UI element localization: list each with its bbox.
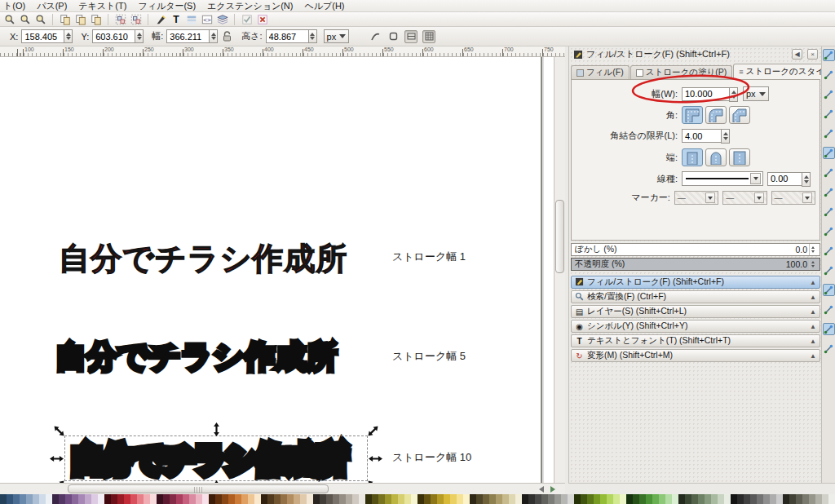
scale-stroke-toggle[interactable] (369, 30, 382, 43)
blur-slider[interactable]: ぼかし (%) 0.0 (571, 243, 820, 256)
palette-swatch[interactable] (587, 494, 594, 504)
palette-swatch[interactable] (411, 494, 418, 504)
palette-swatch[interactable] (391, 494, 398, 504)
snap-enable-icon[interactable] (823, 49, 835, 61)
palette-swatch[interactable] (776, 494, 783, 504)
palette-swatch[interactable] (502, 494, 509, 504)
snap-rotation-center-icon[interactable] (823, 264, 835, 276)
miter-limit-input[interactable] (682, 129, 721, 143)
snap-smooth-node-icon[interactable] (823, 206, 835, 218)
palette-swatch[interactable] (196, 494, 202, 504)
palette-swatch[interactable] (378, 494, 385, 504)
scroll-right-arrow-icon[interactable] (550, 486, 559, 493)
palette-swatch[interactable] (718, 494, 724, 504)
horizontal-scrollbar-thumb[interactable] (68, 484, 329, 493)
zoom-drawing-icon[interactable] (18, 13, 32, 26)
stroke-width-spinner[interactable] (729, 87, 738, 102)
palette-swatch[interactable] (431, 494, 437, 504)
ungroup-icon[interactable] (129, 13, 143, 26)
palette-swatch[interactable] (613, 494, 620, 504)
dock-bar-fill-stroke[interactable]: フィル/ストローク(F) (Shift+Ctrl+F) ▲ (571, 276, 820, 289)
palette-swatch[interactable] (594, 494, 600, 504)
scroll-left-arrow-icon[interactable] (536, 486, 544, 493)
palette-swatch[interactable] (424, 494, 431, 504)
palette-swatch[interactable] (711, 494, 718, 504)
snap-text-baseline-icon[interactable] (823, 284, 835, 296)
palette-swatch[interactable] (463, 494, 470, 504)
snap-grid-icon[interactable] (823, 323, 835, 335)
dash-pattern-dropdown[interactable] (682, 171, 763, 186)
miter-limit-spinner[interactable] (721, 129, 730, 144)
palette-swatch[interactable] (561, 494, 568, 504)
cap-square-button[interactable] (729, 148, 750, 166)
palette-swatch[interactable] (124, 494, 130, 504)
xml-editor-icon[interactable]: <> (200, 13, 214, 26)
palette-swatch[interactable] (130, 494, 137, 504)
palette-swatch[interactable] (287, 494, 294, 504)
join-bevel-button[interactable] (729, 106, 750, 124)
y-input[interactable] (92, 29, 135, 43)
palette-swatch[interactable] (261, 494, 267, 504)
scale-handle-top-left[interactable] (49, 421, 68, 440)
dash-dropdown-button[interactable] (750, 173, 761, 184)
palette-swatch[interactable] (26, 494, 33, 504)
palette-swatch[interactable] (659, 494, 665, 504)
palette-swatch[interactable] (828, 494, 835, 504)
opacity-slider[interactable]: 不透明度 (%) 100.0 (571, 258, 820, 271)
palette-swatch[interactable] (483, 494, 489, 504)
scale-handle-bottom-right[interactable] (363, 475, 382, 483)
palette-swatch[interactable] (418, 494, 424, 504)
palette-swatch[interactable] (509, 494, 515, 504)
palette-swatch[interactable] (633, 494, 639, 504)
scale-handle-bottom-left[interactable] (49, 475, 68, 483)
palette-swatch[interactable] (528, 494, 535, 504)
dock-bar-symbols[interactable]: ◉ シンボル(Y) (Shift+Ctrl+Y) ▲ (571, 320, 820, 333)
palette-swatch[interactable] (248, 494, 254, 504)
palette-swatch[interactable] (267, 494, 274, 504)
dock-bar-text-font[interactable]: T テキストとフォント(T) (Shift+Ctrl+T) ▲ (571, 334, 820, 347)
scale-handle-left[interactable] (50, 452, 64, 466)
panel-close-icon[interactable]: × (807, 49, 818, 60)
sample-text-stroke5[interactable]: 自分でチラシ作成所 (55, 336, 338, 378)
palette-swatch[interactable] (98, 494, 104, 504)
palette-swatch[interactable] (698, 494, 705, 504)
lock-ratio-icon[interactable] (223, 31, 232, 42)
palette-swatch[interactable] (437, 494, 444, 504)
scale-handle-top-right[interactable] (363, 421, 382, 440)
snap-cusp-node-icon[interactable] (823, 186, 835, 198)
marker-end-dropdown[interactable]: — (771, 191, 815, 205)
palette-swatch[interactable] (359, 494, 365, 504)
palette-swatch[interactable] (744, 494, 750, 504)
palette-swatch[interactable] (104, 494, 111, 504)
scale-handle-right[interactable] (369, 452, 382, 466)
fill-stroke-dialog-icon[interactable] (153, 13, 167, 26)
menu-extensions[interactable]: エクステンション(N) (207, 0, 293, 12)
palette-swatch[interactable] (568, 494, 574, 504)
snap-guide-icon[interactable] (823, 343, 835, 355)
palette-swatch[interactable] (809, 494, 815, 504)
palette-swatch[interactable] (489, 494, 496, 504)
scale-gradients-toggle[interactable] (404, 30, 418, 43)
palette-swatch[interactable] (235, 494, 241, 504)
cleanup-icon[interactable] (255, 13, 269, 26)
palette-swatch[interactable] (581, 494, 587, 504)
palette-swatch[interactable] (757, 494, 763, 504)
palette-swatch[interactable] (724, 494, 731, 504)
palette-swatch[interactable] (254, 494, 261, 504)
palette-swatch[interactable] (65, 494, 72, 504)
palette-swatch[interactable] (215, 494, 222, 504)
cap-butt-button[interactable] (682, 148, 703, 166)
horizontal-scrollbar[interactable] (0, 483, 565, 494)
palette-swatch[interactable] (91, 494, 98, 504)
group-icon[interactable] (113, 13, 127, 26)
join-miter-button[interactable] (682, 106, 703, 124)
vertical-scrollbar[interactable] (554, 57, 565, 483)
tab-stroke-paint[interactable]: ストロークの塗り(P) (630, 65, 732, 79)
palette-swatch[interactable] (665, 494, 672, 504)
unit-dropdown[interactable]: px (324, 29, 350, 43)
palette-swatch[interactable] (476, 494, 483, 504)
drawing-area[interactable]: 自分でチラシ作成所 ストローク幅 1 自分でチラシ作成所 ストローク幅 5 自分… (0, 57, 554, 483)
selection-bounding-box[interactable] (64, 435, 368, 481)
palette-swatch[interactable] (150, 494, 157, 504)
palette-swatch[interactable] (0, 494, 7, 504)
